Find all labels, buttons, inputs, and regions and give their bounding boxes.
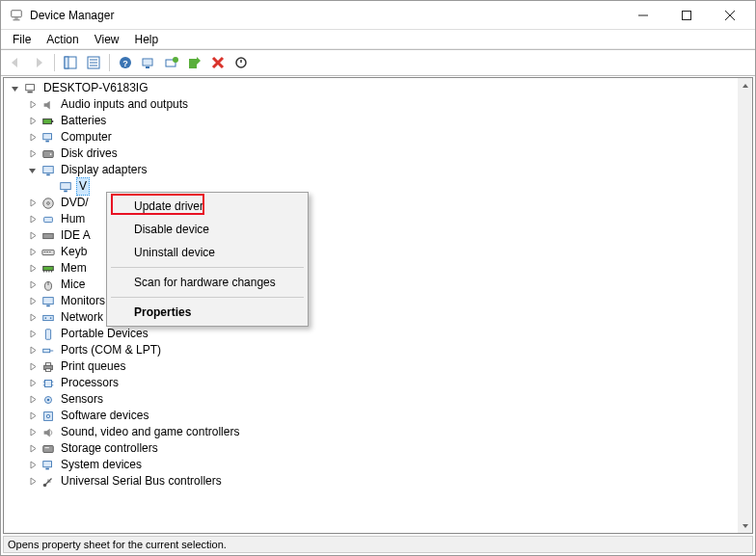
collapse-icon[interactable] (25, 164, 39, 177)
context-scan-hardware[interactable]: Scan for hardware changes (109, 271, 306, 294)
expand-icon[interactable] (25, 475, 39, 489)
window-controls (621, 1, 751, 29)
context-disable-device[interactable]: Disable device (109, 218, 306, 241)
tree-category-display[interactable]: Display adapters (4, 162, 752, 178)
root-label: DESKTOP-V6183IG (41, 80, 150, 96)
svg-rect-55 (45, 362, 50, 365)
tree-root[interactable]: DESKTOP-V6183IG (4, 80, 752, 96)
category-label: Hum (59, 211, 87, 227)
svg-rect-56 (45, 368, 50, 371)
svg-rect-25 (43, 150, 54, 157)
expand-icon[interactable] (25, 197, 39, 210)
tree-category[interactable]: Portable Devices (4, 326, 752, 342)
svg-rect-28 (46, 173, 50, 175)
expand-icon[interactable] (25, 311, 39, 325)
svg-rect-34 (43, 233, 54, 238)
menu-help[interactable]: Help (127, 32, 167, 47)
update-driver-toolbar-button[interactable] (161, 52, 182, 73)
uninstall-toolbar-button[interactable] (207, 52, 229, 73)
expand-icon[interactable] (25, 442, 39, 456)
maximize-button[interactable] (664, 1, 708, 29)
properties-toolbar-button[interactable] (83, 52, 104, 73)
tree-category[interactable]: Storage controllers (4, 440, 752, 457)
expand-icon[interactable] (25, 426, 39, 439)
svg-rect-39 (43, 266, 54, 270)
show-hide-console-tree-button[interactable] (60, 52, 81, 73)
collapse-icon[interactable] (8, 82, 21, 95)
hid-icon (40, 212, 56, 227)
tree-category[interactable]: Audio inputs and outputs (4, 96, 752, 113)
category-label: Sensors (59, 391, 105, 408)
tree-category[interactable]: Universal Serial Bus controllers (4, 473, 752, 490)
tree-category[interactable]: Processors (4, 375, 752, 391)
enable-toolbar-button[interactable] (184, 52, 205, 73)
category-label: System devices (59, 457, 144, 473)
context-update-driver[interactable]: Update driver (109, 195, 306, 218)
scroll-up-icon[interactable] (738, 78, 752, 93)
disk-icon (40, 146, 56, 162)
category-label: Portable Devices (59, 326, 150, 342)
expand-icon[interactable] (25, 410, 39, 423)
back-button[interactable] (5, 52, 26, 73)
svg-rect-19 (26, 84, 35, 90)
no-expand (42, 180, 56, 194)
svg-point-26 (50, 153, 52, 155)
expand-icon[interactable] (25, 131, 39, 145)
close-button[interactable] (708, 1, 751, 29)
category-label: Storage controllers (59, 440, 160, 457)
scroll-down-icon[interactable] (738, 518, 752, 533)
expand-icon[interactable] (25, 377, 39, 390)
svg-rect-14 (146, 66, 149, 68)
help-toolbar-button[interactable]: ? (115, 52, 136, 73)
tree-category[interactable]: Sensors (4, 391, 752, 408)
expand-icon[interactable] (25, 246, 39, 259)
tree-category[interactable]: Software devices (4, 408, 752, 424)
tree-category[interactable]: Sound, video and game controllers (4, 424, 752, 440)
titlebar: Device Manager (1, 1, 755, 30)
expand-icon[interactable] (25, 295, 39, 308)
menu-action[interactable]: Action (39, 32, 86, 47)
tree-category[interactable]: Computer (4, 129, 752, 146)
content-area: DESKTOP-V6183IG Audio inputs and outputs… (3, 77, 753, 534)
app-icon (9, 8, 24, 23)
menubar: File Action View Help (1, 30, 755, 49)
tree-category[interactable]: Ports (COM & LPT) (4, 342, 752, 358)
context-properties[interactable]: Properties (109, 301, 306, 324)
svg-rect-24 (45, 140, 49, 142)
context-uninstall-device[interactable]: Uninstall device (109, 241, 306, 264)
tree-category[interactable]: Batteries (4, 113, 752, 129)
expand-icon[interactable] (25, 393, 39, 407)
menu-file[interactable]: File (5, 32, 39, 47)
tree-category[interactable]: Disk drives (4, 146, 752, 162)
disable-toolbar-button[interactable] (230, 52, 252, 73)
forward-button[interactable] (28, 52, 49, 73)
category-label: Display adapters (59, 162, 148, 178)
category-label: Ports (COM & LPT) (59, 342, 163, 358)
svg-rect-66 (43, 445, 54, 452)
expand-icon[interactable] (25, 262, 39, 276)
category-label: Sound, video and game controllers (59, 424, 241, 440)
svg-rect-5 (65, 57, 68, 68)
port-icon (40, 343, 56, 358)
expand-icon[interactable] (25, 459, 39, 472)
expand-icon[interactable] (25, 278, 39, 292)
svg-rect-27 (43, 166, 54, 172)
vertical-scrollbar[interactable] (738, 78, 752, 533)
svg-rect-20 (28, 91, 33, 93)
minimize-button[interactable] (621, 1, 664, 29)
expand-icon[interactable] (25, 115, 39, 128)
expand-icon[interactable] (25, 147, 39, 161)
tree-category[interactable]: System devices (4, 457, 752, 473)
expand-icon[interactable] (25, 229, 39, 243)
scan-hardware-toolbar-button[interactable] (138, 52, 159, 73)
svg-rect-37 (46, 252, 48, 252)
tree-category[interactable]: Print queues (4, 358, 752, 375)
menu-view[interactable]: View (87, 32, 127, 47)
expand-icon[interactable] (25, 328, 39, 341)
expand-icon[interactable] (25, 98, 39, 112)
expand-icon[interactable] (25, 344, 39, 357)
category-label: IDE A (59, 227, 93, 244)
expand-icon[interactable] (25, 360, 39, 374)
expand-icon[interactable] (25, 213, 39, 226)
svg-rect-0 (12, 10, 22, 16)
